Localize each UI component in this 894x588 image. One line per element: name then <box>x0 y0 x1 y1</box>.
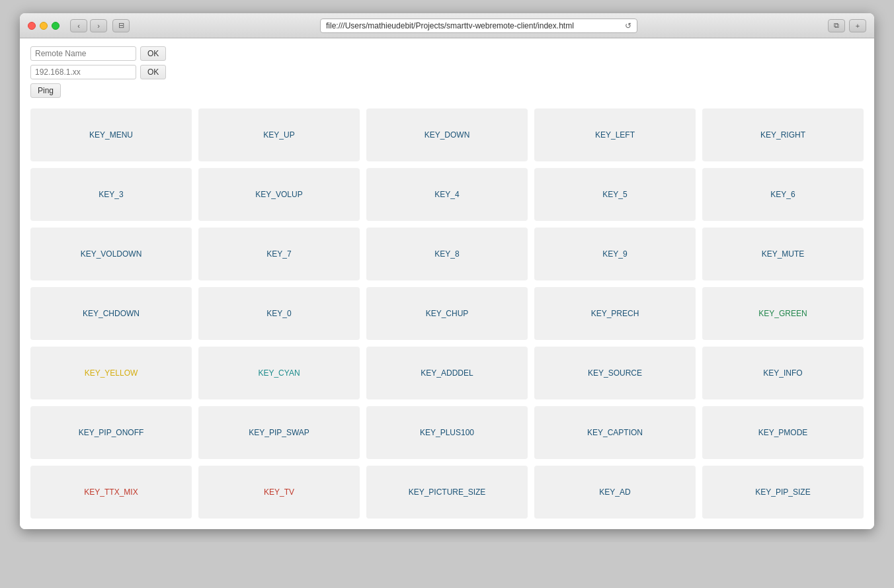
ip-input[interactable] <box>30 65 136 79</box>
key-button-key_right[interactable]: KEY_RIGHT <box>702 108 864 161</box>
key-button-key_0[interactable]: KEY_0 <box>198 287 360 340</box>
key-button-key_yellow[interactable]: KEY_YELLOW <box>30 347 192 399</box>
key-button-key_3[interactable]: KEY_3 <box>30 168 192 221</box>
url-text: file:///Users/mathieudebit/Projects/smar… <box>326 21 574 30</box>
key-button-key_source[interactable]: KEY_SOURCE <box>534 347 696 399</box>
reload-icon: ↺ <box>625 21 631 30</box>
toolbar-row-ip: OK <box>30 65 864 79</box>
key-button-key_plus100[interactable]: KEY_PLUS100 <box>366 406 528 459</box>
key-button-key_pmode[interactable]: KEY_PMODE <box>702 406 864 459</box>
ip-ok-button[interactable]: OK <box>140 65 166 79</box>
key-button-key_voldown[interactable]: KEY_VOLDOWN <box>30 228 192 280</box>
remote-name-ok-button[interactable]: OK <box>140 46 166 61</box>
key-button-key_left[interactable]: KEY_LEFT <box>534 108 696 161</box>
window-resize-button[interactable]: ⧉ <box>828 19 845 32</box>
key-button-key_5[interactable]: KEY_5 <box>534 168 696 221</box>
sidebar-icon: ⊟ <box>118 21 124 30</box>
window-controls-right: ⧉ + <box>828 19 866 32</box>
key-button-key_menu[interactable]: KEY_MENU <box>30 108 192 161</box>
key-button-key_info[interactable]: KEY_INFO <box>702 347 864 399</box>
key-button-key_green[interactable]: KEY_GREEN <box>702 287 864 340</box>
toolbar: OK OK Ping <box>30 46 864 98</box>
forward-icon: › <box>97 22 100 30</box>
toolbar-row-name: OK <box>30 46 864 61</box>
resize-icon: ⧉ <box>834 21 839 30</box>
key-button-key_adddel[interactable]: KEY_ADDDEL <box>366 347 528 399</box>
remote-name-input[interactable] <box>30 46 136 61</box>
key-button-key_ad[interactable]: KEY_AD <box>534 466 696 519</box>
minimize-button[interactable] <box>40 22 48 30</box>
key-button-key_pip_size[interactable]: KEY_PIP_SIZE <box>702 466 864 519</box>
back-icon: ‹ <box>77 22 80 30</box>
new-tab-button[interactable]: + <box>849 19 866 32</box>
key-button-key_picture_size[interactable]: KEY_PICTURE_SIZE <box>366 466 528 519</box>
address-bar-container: file:///Users/mathieudebit/Projects/smar… <box>135 19 823 33</box>
reload-button[interactable]: ↺ <box>623 21 633 31</box>
key-button-key_9[interactable]: KEY_9 <box>534 228 696 280</box>
key-button-key_tv[interactable]: KEY_TV <box>198 466 360 519</box>
key-button-key_pip_onoff[interactable]: KEY_PIP_ONOFF <box>30 406 192 459</box>
key-button-key_ttx_mix[interactable]: KEY_TTX_MIX <box>30 466 192 519</box>
key-button-key_prech[interactable]: KEY_PRECH <box>534 287 696 340</box>
key-button-key_chdown[interactable]: KEY_CHDOWN <box>30 287 192 340</box>
key-button-key_8[interactable]: KEY_8 <box>366 228 528 280</box>
ping-button[interactable]: Ping <box>30 83 61 98</box>
maximize-button[interactable] <box>52 22 60 30</box>
nav-buttons: ‹ › <box>70 19 107 32</box>
key-button-key_caption[interactable]: KEY_CAPTION <box>534 406 696 459</box>
key-button-key_cyan[interactable]: KEY_CYAN <box>198 347 360 399</box>
key-button-key_up[interactable]: KEY_UP <box>198 108 360 161</box>
new-tab-icon: + <box>856 22 860 30</box>
key-button-key_down[interactable]: KEY_DOWN <box>366 108 528 161</box>
key-button-key_chup[interactable]: KEY_CHUP <box>366 287 528 340</box>
content-area: OK OK Ping KEY_MENUKEY_UPKEY_DOWNKEY_LEF… <box>20 38 874 529</box>
forward-button[interactable]: › <box>90 19 107 32</box>
close-button[interactable] <box>28 22 36 30</box>
sidebar-button[interactable]: ⊟ <box>112 19 130 32</box>
toolbar-row-ping: Ping <box>30 83 864 98</box>
key-button-key_7[interactable]: KEY_7 <box>198 228 360 280</box>
key-button-key_volup[interactable]: KEY_VOLUP <box>198 168 360 221</box>
browser-window: ‹ › ⊟ file:///Users/mathieudebit/Project… <box>20 13 874 529</box>
back-button[interactable]: ‹ <box>70 19 87 32</box>
key-button-key_4[interactable]: KEY_4 <box>366 168 528 221</box>
keys-grid: KEY_MENUKEY_UPKEY_DOWNKEY_LEFTKEY_RIGHTK… <box>30 108 864 519</box>
address-bar[interactable]: file:///Users/mathieudebit/Projects/smar… <box>320 19 637 33</box>
title-bar: ‹ › ⊟ file:///Users/mathieudebit/Project… <box>20 13 874 38</box>
key-button-key_mute[interactable]: KEY_MUTE <box>702 228 864 280</box>
key-button-key_pip_swap[interactable]: KEY_PIP_SWAP <box>198 406 360 459</box>
traffic-lights <box>28 22 60 30</box>
key-button-key_6[interactable]: KEY_6 <box>702 168 864 221</box>
